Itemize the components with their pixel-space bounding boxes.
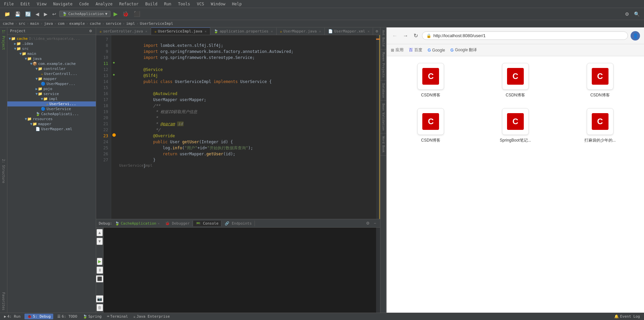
debug-pause-btn[interactable]: ⏸ [96, 266, 103, 274]
menu-analyze[interactable]: Analyze [94, 1, 114, 7]
menu-file[interactable]: File [3, 1, 15, 7]
right-tab-ant[interactable]: Ant Build [380, 27, 386, 50]
debug-stop-btn[interactable]: ⬛ [96, 275, 103, 283]
menu-navigate[interactable]: Navigate [52, 1, 74, 7]
menu-run[interactable]: Run [163, 1, 173, 7]
tab-close-usermapper[interactable]: ✕ [319, 29, 321, 33]
breadcrumb-service[interactable]: service [106, 21, 121, 26]
debug-minimize-btn[interactable]: − [372, 220, 377, 226]
search-btn[interactable]: 🔍 [632, 10, 641, 18]
status-run[interactable]: ▶ 4: Run [3, 314, 22, 319]
tab-usermapper-xml[interactable]: 📄 UserMapper.xml ✕ [325, 28, 373, 35]
menu-window[interactable]: Window [209, 1, 226, 7]
debug-tab-console[interactable]: 📟 Console [193, 221, 221, 226]
status-java-enterprise[interactable]: ☕ Java Enterprise [132, 314, 171, 319]
right-tab-bean[interactable]: Bean Validation [380, 101, 386, 134]
debug-up-btn[interactable]: ▲ [96, 229, 103, 236]
browser-card-5[interactable]: C 打麻袋的少年的... [563, 108, 637, 143]
browser-card-4[interactable]: C SpringBoot笔记... [478, 108, 553, 143]
tree-item-src[interactable]: ▼📁 src [7, 46, 96, 51]
bookmark-baidu[interactable]: 百 百度 [409, 47, 422, 53]
breadcrumb-cache2[interactable]: cache [90, 21, 101, 26]
tree-item-usercontroller[interactable]: ☕ UserControll... [7, 71, 96, 76]
undo-btn[interactable]: ↩ [51, 10, 58, 18]
debug-close-btn[interactable]: ✕ [158, 222, 160, 225]
tree-item-mapper[interactable]: ▼📁 mapper [7, 76, 96, 81]
tree-item-cacheapp[interactable]: 🍃 CacheApplicati... [7, 111, 96, 116]
debug-btn[interactable]: 🐞 [121, 10, 131, 18]
debug-tab-debugger[interactable]: 🐞 Debugger [162, 221, 193, 226]
browser-card-1[interactable]: C CSDN博客 [478, 63, 553, 98]
tree-item-usermapper-if[interactable]: 🔵 UserMapper... [7, 81, 96, 86]
settings-btn[interactable]: ⚙ [623, 10, 631, 18]
status-terminal[interactable]: ⌨ Terminal [105, 314, 129, 319]
tree-item-controller[interactable]: ▼📁 controller [7, 66, 96, 71]
breadcrumb-src[interactable]: src [19, 21, 25, 26]
browser-back-btn[interactable]: ← [391, 31, 399, 40]
browser-reload-btn[interactable]: ↻ [412, 31, 419, 40]
tree-item-resources[interactable]: ▼📁 resources [7, 116, 96, 122]
editor-scrollbar[interactable] [376, 35, 380, 219]
tree-item-impl[interactable]: ▼📁 impl [7, 96, 96, 101]
browser-user-avatar[interactable]: 👤 [631, 31, 640, 41]
back-btn[interactable]: ◀ [34, 10, 41, 18]
run-btn[interactable]: ▶ [112, 10, 119, 18]
tab-settings-btn[interactable]: ⚙ [374, 27, 380, 35]
tree-item-userservice-if[interactable]: 🔵 UserService [7, 106, 96, 111]
browser-card-0[interactable]: C CSDN博客 [393, 63, 468, 98]
bookmark-apps[interactable]: ⊞ 应用 [391, 47, 404, 53]
menu-tools[interactable]: Tools [177, 1, 192, 7]
debug-settings-btn[interactable]: ⚙ [365, 220, 371, 226]
sidebar-project-btn[interactable]: 1: Project [1, 29, 6, 51]
tree-item-usermapper-xml[interactable]: 📄 UserMapper.xml [7, 127, 96, 132]
tree-item-java[interactable]: ▼📁 java [7, 56, 96, 61]
breadcrumb-com[interactable]: com [58, 21, 65, 26]
status-debug[interactable]: 🐞 5: Debug [24, 314, 53, 319]
sidebar-structure-btn[interactable]: 2: Structure [1, 158, 6, 184]
menu-refactor[interactable]: Refactor [118, 1, 140, 7]
breadcrumb-impl[interactable]: impl [126, 21, 135, 26]
project-options-btn[interactable]: ⚙ [88, 29, 93, 33]
right-tab-maven[interactable]: Maven Projects [380, 50, 386, 81]
breadcrumb-example[interactable]: example [69, 21, 85, 26]
tab-close-usermapper-xml[interactable]: ✕ [367, 29, 369, 33]
status-event-log[interactable]: 🔔 Event Log [613, 314, 641, 319]
code-content[interactable]: import lombok.extern.slf4j.Slf4j; import… [117, 35, 376, 219]
menu-build[interactable]: Build [144, 1, 159, 7]
forward-btn[interactable]: ▶ [42, 10, 49, 18]
tree-item-mapper-res[interactable]: ▼📁 mapper [7, 122, 96, 127]
right-tab-wordbook[interactable]: Word Book [380, 134, 386, 156]
debug-tab-endpoints[interactable]: 🔗 Endpoints [222, 221, 255, 226]
debug-camera-btn[interactable]: 📷 [96, 295, 103, 303]
browser-address-bar[interactable]: 🔒 [422, 31, 628, 40]
tab-close-userserviceimpl[interactable]: ✕ [205, 29, 207, 33]
tree-item-pojo[interactable]: ▶📁 pojo [7, 86, 96, 91]
status-todo[interactable]: ☰ 6: TODO [56, 314, 78, 319]
tree-item-idea[interactable]: ▶📁 .idea [7, 41, 96, 46]
tab-userserviceimpl[interactable]: ☕ UserServiceImpl.java ✕ [151, 27, 210, 35]
debug-trash-btn[interactable]: 🗑 [96, 304, 103, 311]
tab-close-application[interactable]: ✕ [271, 29, 273, 33]
sync-btn[interactable]: 🔄 [23, 10, 32, 18]
bookmark-google[interactable]: G Google [428, 48, 445, 53]
project-selector[interactable]: 🍃 CacheApplication ▼ [59, 11, 111, 17]
browser-card-3[interactable]: C CSDN博客 [393, 108, 468, 143]
right-tab-database[interactable]: Database [380, 81, 386, 101]
debug-run-btn[interactable]: ▶ [97, 258, 102, 265]
menu-code[interactable]: Code [78, 1, 90, 7]
browser-url-input[interactable] [433, 33, 624, 38]
sidebar-favorites-btn[interactable]: Favorites [1, 291, 6, 311]
tab-usermapper-java[interactable]: ☕ UserMapper.java ✕ [277, 28, 325, 35]
bookmark-translate[interactable]: G Google 翻译 [450, 47, 477, 53]
tab-sercontroller[interactable]: ☕ serController.java ✕ [96, 28, 151, 35]
tree-item-main[interactable]: ▼📁 main [7, 51, 96, 56]
status-spring[interactable]: 🍃 Spring [81, 314, 103, 319]
breadcrumb-cache[interactable]: cache [3, 21, 14, 26]
browser-card-2[interactable]: C CSDN博客 [563, 63, 637, 98]
breadcrumb-class[interactable]: UserServiceImpl [140, 21, 173, 26]
menu-help[interactable]: Help [231, 1, 243, 7]
save-btn[interactable]: 💾 [13, 10, 22, 18]
tab-close-sercontroller[interactable]: ✕ [145, 29, 147, 33]
menu-view[interactable]: View [35, 1, 48, 7]
breadcrumb-java[interactable]: java [44, 21, 53, 26]
